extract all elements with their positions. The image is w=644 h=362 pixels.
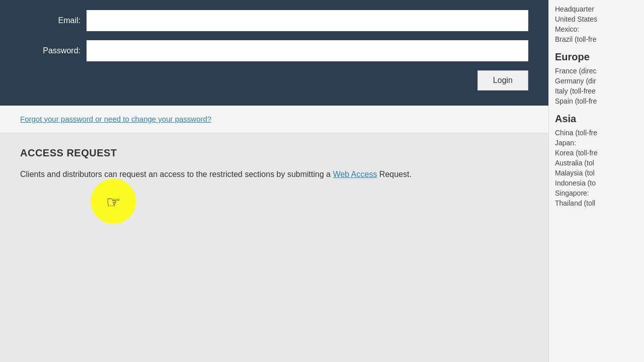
access-request-title: ACCESS REQUEST	[20, 147, 528, 159]
access-text-after: Request.	[377, 170, 411, 178]
email-row: Email:	[20, 10, 528, 31]
password-label: Password:	[20, 46, 80, 55]
sidebar-mexico: Mexico:	[555, 25, 638, 33]
main-content: Email: Password: Login Forgot your passw…	[0, 0, 548, 362]
forgot-password-link[interactable]: Forgot your password or need to change y…	[20, 115, 211, 123]
europe-header: Europe	[555, 51, 638, 63]
sidebar-china: China (toll-fre	[555, 129, 638, 137]
login-button[interactable]: Login	[477, 70, 528, 90]
asia-header: Asia	[555, 113, 638, 125]
sidebar-brazil: Brazil (toll-fre	[555, 35, 638, 43]
password-input[interactable]	[87, 40, 528, 61]
sidebar-australia: Australia (tol	[555, 159, 638, 167]
login-btn-row: Login	[20, 70, 528, 90]
headquarters-label: Headquarter	[555, 5, 638, 13]
sidebar-spain: Spain (toll-fre	[555, 97, 638, 105]
web-access-link[interactable]: Web Access	[333, 170, 377, 178]
hand-cursor-icon: ☞	[106, 194, 121, 210]
email-input[interactable]	[87, 10, 528, 31]
sidebar-singapore: Singapore:	[555, 189, 638, 197]
forgot-link-row: Forgot your password or need to change y…	[0, 106, 548, 133]
password-row: Password:	[20, 40, 528, 61]
sidebar-france: France (direc	[555, 67, 638, 75]
sidebar-thailand: Thailand (toll	[555, 199, 638, 207]
sidebar-united-states: United States	[555, 15, 638, 23]
access-text-before: Clients and distributors can request an …	[20, 170, 333, 178]
sidebar-germany: Germany (dir	[555, 77, 638, 85]
sidebar-japan: Japan:	[555, 139, 638, 147]
right-sidebar: Headquarter United States Mexico: Brazil…	[548, 0, 644, 362]
sidebar-indonesia: Indonesia (to	[555, 179, 638, 187]
sidebar-korea: Korea (toll-fre	[555, 149, 638, 157]
cursor-indicator: ☞	[91, 178, 136, 224]
access-request-text: Clients and distributors can request an …	[20, 168, 528, 181]
sidebar-italy: Italy (toll-free	[555, 87, 638, 95]
login-card: Email: Password: Login	[0, 0, 548, 106]
access-section: ACCESS REQUEST Clients and distributors …	[0, 133, 548, 362]
sidebar-malaysia: Malaysia (tol	[555, 169, 638, 177]
email-label: Email:	[20, 16, 80, 25]
